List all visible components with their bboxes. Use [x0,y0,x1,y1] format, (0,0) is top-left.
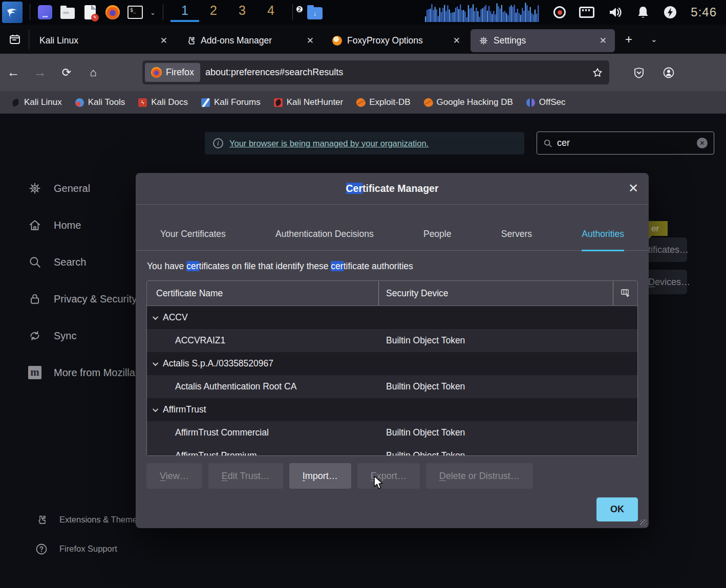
firefox-window-badge: 2 [295,5,304,13]
reload-button[interactable]: ⟳ [53,66,80,79]
browser-tab[interactable]: Settings ✕ [471,29,615,52]
back-button[interactable]: ← [0,65,27,80]
settings-search-box[interactable]: ✕ [537,132,714,155]
workspace-4[interactable]: 4 [257,3,285,22]
edit-trust-button[interactable]: Edit Trust… [208,463,283,489]
chevron-down-icon[interactable] [153,406,158,411]
settings-search-input[interactable] [557,138,692,148]
bookmark-item[interactable]: Kali Forums [201,97,261,107]
bookmark-item[interactable]: Google Hacking DB [424,97,513,107]
bookmark-star-icon[interactable] [592,67,603,78]
view-button[interactable]: View… [146,463,202,489]
chevron-down-icon[interactable] [153,360,158,365]
security-device-cell: Builtin Object Token [379,381,637,392]
bookmark-item[interactable]: OffSec [526,97,566,107]
firefox-launcher-icon[interactable] [105,5,120,20]
bookmark-item[interactable]: Exploit-DB [356,97,410,107]
security-devices-button-partial[interactable]: Devices… [648,270,687,294]
taskbar-separator [30,4,30,20]
tab-strip: Kali Linux ✕ Add-ons Manager ✕ FoxyProxy… [30,27,616,52]
table-group-row[interactable]: Actalis S.p.A./03358520967 [147,352,637,375]
chevron-down-icon[interactable] [153,314,158,319]
bug-bookmark-icon [355,96,367,108]
terminal-icon[interactable]: $_ [127,5,143,20]
dialog-button-row: View…Edit Trust…Import…Export…Delete or … [146,463,638,489]
dialog-tab-authentication-decisions[interactable]: Authentication Decisions [275,229,374,251]
bookmark-item[interactable]: Kali NetHunter [274,97,344,107]
clock[interactable]: 5:46 [691,5,717,19]
window-app-icon[interactable]: ••• [37,5,53,20]
dialog-close-icon[interactable]: ✕ [628,181,638,195]
addons-icon [186,36,196,46]
import-button[interactable]: Import… [289,463,351,489]
dialog-tab-your-certificates[interactable]: Your Certificates [160,229,226,251]
tray-display-icon[interactable] [579,7,594,18]
new-tab-button[interactable]: + [616,32,642,47]
workspace-1[interactable]: 1 [170,3,199,22]
taskbar-separator [163,4,163,20]
table-row[interactable]: Actalis Authentication Root CA Builtin O… [147,375,637,398]
pocket-shield-icon[interactable] [633,67,645,79]
volume-icon[interactable] [608,5,623,19]
forward-button[interactable]: → [27,65,53,80]
cpu-usage-graph[interactable] [420,2,540,23]
column-header-security-device[interactable]: Security Device [379,281,613,306]
power-manager-icon[interactable] [663,5,677,19]
table-group-row[interactable]: ACCV [147,306,637,329]
file-manager-icon[interactable] [60,5,75,20]
dialog-tab-servers[interactable]: Servers [501,229,532,251]
firefox-view-icon[interactable] [6,31,24,48]
url-text[interactable]: about:preferences#searchResults [205,67,592,78]
home-button[interactable]: ⌂ [80,66,106,79]
table-header: Certificate Name Security Device [147,281,637,306]
ok-button[interactable]: OK [596,497,638,521]
identity-chip[interactable]: Firefox [145,63,200,82]
table-group-row[interactable]: AffirmTrust [147,398,637,421]
screen-record-icon[interactable] [553,6,566,18]
kali-menu-button[interactable] [2,2,23,23]
dialog-tab-authorities[interactable]: Authorities [582,229,624,251]
managed-browser-link[interactable]: Your browser is being managed by your or… [229,139,429,148]
taskbar: ••• $_ ⌄ 1234 2 ↓ [0,0,726,25]
sidebar-footer-firefox-support[interactable]: Firefox Support [35,534,168,563]
launcher-chevron-down-icon[interactable]: ⌄ [150,9,156,16]
tab-close-icon[interactable]: ✕ [305,35,316,46]
browser-tab[interactable]: Kali Linux ✕ [31,29,176,52]
column-picker-icon[interactable] [613,281,637,306]
downloads-folder-icon[interactable]: ↓ [307,5,323,20]
clear-search-icon[interactable]: ✕ [697,138,708,148]
browser-tab[interactable]: Add-ons Manager ✕ [178,29,322,52]
bookmark-item[interactable]: Kali Tools [75,97,125,107]
workspace-3[interactable]: 3 [228,3,257,22]
firefox-identity-icon [151,67,162,78]
dialog-title: Certificate Manager [346,183,439,194]
puzzle-icon [35,513,48,527]
column-header-certificate-name[interactable]: Certificate Name [147,281,379,306]
account-icon[interactable] [663,67,675,79]
tab-close-icon[interactable]: ✕ [451,35,462,46]
dialog-tab-people[interactable]: People [423,229,452,251]
export-button[interactable]: Export… [357,463,420,489]
url-bar[interactable]: Firefox about:preferences#searchResults [142,60,609,84]
certificate-name-cell: AffirmTrust Premium [147,450,379,455]
workspace-2[interactable]: 2 [199,3,228,22]
text-editor-icon[interactable] [82,5,98,20]
view-certificates-button-partial[interactable]: tificates… [648,237,687,262]
bookmark-item[interactable]: Kali Linux [11,97,62,107]
delete-or-distrust-button[interactable]: Delete or Distrust… [426,463,533,489]
list-all-tabs-chevron-icon[interactable]: ⌄ [642,35,667,44]
firefox-nav-toolbar: ← → ⟳ ⌂ Firefox about:preferences#search… [0,54,726,91]
table-row[interactable]: AffirmTrust Commercial Builtin Object To… [147,421,637,444]
browser-tab[interactable]: FoxyProxy Options ✕ [324,29,468,52]
resize-grip[interactable] [640,519,647,527]
bookmark-item[interactable]: Kali Docs [138,97,188,107]
nethunter-bookmark-icon [274,98,283,107]
offsec-bookmark-icon [526,98,535,107]
group-name: Actalis S.p.A./03358520967 [163,358,273,369]
notifications-bell-icon[interactable] [636,5,650,19]
tab-close-icon[interactable]: ✕ [158,35,169,46]
firefox-tab-bar: Kali Linux ✕ Add-ons Manager ✕ FoxyProxy… [0,25,726,54]
table-row[interactable]: AffirmTrust Premium Builtin Object Token [147,444,637,455]
tab-close-icon[interactable]: ✕ [597,35,609,46]
table-row[interactable]: ACCVRAIZ1 Builtin Object Token [147,329,637,352]
